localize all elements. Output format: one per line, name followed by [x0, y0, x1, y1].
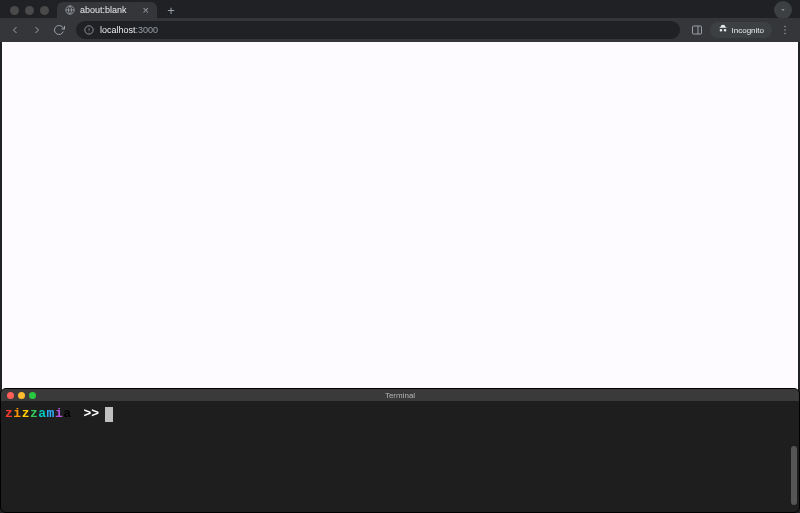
window-controls	[0, 6, 49, 15]
terminal-user: zizzamia	[5, 405, 72, 423]
terminal-window-controls	[1, 392, 36, 399]
side-panel-button[interactable]	[688, 21, 706, 39]
tab-strip: about:blank × +	[0, 0, 800, 18]
terminal-body[interactable]: zizzamia >>	[1, 401, 799, 427]
terminal-titlebar[interactable]: Terminal	[1, 389, 799, 401]
minimize-window-button[interactable]	[25, 6, 34, 15]
terminal-minimize-button[interactable]	[18, 392, 25, 399]
site-info-icon[interactable]	[84, 25, 94, 35]
maximize-window-button[interactable]	[40, 6, 49, 15]
svg-point-7	[784, 33, 786, 35]
address-bar[interactable]: localhost:3000	[76, 21, 680, 39]
svg-rect-3	[692, 26, 701, 34]
back-button[interactable]	[6, 21, 24, 39]
terminal-window: Terminal zizzamia >>	[0, 388, 800, 513]
tabs-dropdown-button[interactable]	[774, 1, 792, 19]
terminal-maximize-button[interactable]	[29, 392, 36, 399]
incognito-icon	[718, 24, 728, 36]
svg-point-2	[89, 31, 90, 32]
url-text: localhost:3000	[100, 25, 158, 35]
incognito-label: Incognito	[732, 26, 764, 35]
toolbar-right: Incognito	[688, 21, 794, 39]
browser-tab[interactable]: about:blank ×	[57, 2, 157, 18]
browser-menu-button[interactable]	[776, 21, 794, 39]
terminal-prompt-symbol: >>	[84, 405, 100, 423]
terminal-close-button[interactable]	[7, 392, 14, 399]
terminal-scrollbar-thumb[interactable]	[791, 446, 797, 505]
close-tab-button[interactable]: ×	[143, 5, 149, 16]
close-window-button[interactable]	[10, 6, 19, 15]
incognito-badge[interactable]: Incognito	[710, 22, 772, 38]
globe-icon	[65, 5, 75, 15]
terminal-scrollbar[interactable]	[791, 403, 797, 510]
new-tab-button[interactable]: +	[163, 2, 179, 18]
terminal-cursor	[105, 407, 113, 422]
svg-point-6	[784, 29, 786, 31]
tab-title: about:blank	[80, 5, 138, 15]
forward-button[interactable]	[28, 21, 46, 39]
browser-toolbar: localhost:3000 Incognito	[0, 18, 800, 42]
terminal-title: Terminal	[385, 391, 415, 400]
svg-point-5	[784, 26, 786, 28]
reload-button[interactable]	[50, 21, 68, 39]
